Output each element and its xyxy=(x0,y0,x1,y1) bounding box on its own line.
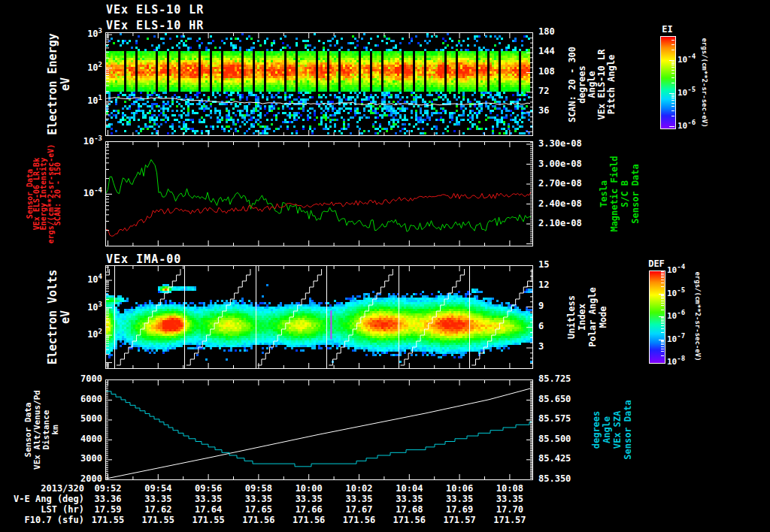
colorbar-tick-mark xyxy=(661,280,664,280)
colorbar-tick-mark xyxy=(671,50,675,50)
els-pitch-spectrogram-canvas xyxy=(105,32,533,136)
table-value-lst: 17.68 xyxy=(388,504,430,515)
table-value-v-e: 33.35 xyxy=(338,494,380,504)
row-label-f107: F10.7 (sfu) xyxy=(0,515,84,525)
time-axis-label: 10:04 xyxy=(390,483,429,494)
colorbar-tick-mark xyxy=(661,298,664,299)
colorbar-tick-mark xyxy=(671,106,675,107)
time-axis-label: 10:02 xyxy=(340,483,379,494)
colorbar-tick-mark xyxy=(661,301,664,301)
colorbar-tick-mark xyxy=(661,346,664,347)
table-value-v-e: 33.35 xyxy=(288,494,330,504)
table-value-lst: 17.66 xyxy=(288,504,330,515)
table-value-lst: 17.67 xyxy=(338,504,380,515)
panel1-ylabel: Electron Energy eV xyxy=(47,17,72,152)
colorbar-tick-mark xyxy=(661,351,664,352)
colorbar-tick-mark xyxy=(671,116,675,116)
table-value-v-e: 33.35 xyxy=(388,494,430,504)
colorbar-tick-mark xyxy=(661,349,664,349)
colorbar-tick-mark xyxy=(671,67,675,68)
colorbar-tick-mark xyxy=(671,98,675,98)
table-value-f10.7: 171.55 xyxy=(187,515,229,525)
colorbar-tick-mark xyxy=(661,344,664,345)
table-value-lst: 17.62 xyxy=(137,504,179,515)
colorbar-tick-mark xyxy=(671,44,675,45)
time-axis-label: 10:00 xyxy=(290,483,329,494)
colorbar-tick-mark xyxy=(661,340,664,341)
colorbar-tick-mark xyxy=(661,295,664,295)
table-value-f10.7: 171.57 xyxy=(489,515,531,525)
table-value-f10.7: 171.56 xyxy=(388,515,430,525)
panel3-ylabel: Electron Volts eV xyxy=(47,249,72,385)
colorbar-tick-mark xyxy=(661,305,664,306)
time-axis-label: 10:06 xyxy=(440,483,479,494)
colorbar-tick-mark xyxy=(661,332,664,333)
colorbar-tick-mark xyxy=(661,355,664,356)
colorbar-tick-mark xyxy=(669,60,675,61)
panel2-right-tick-label: 2.70e-08 xyxy=(538,178,606,189)
colorbar-tick-mark xyxy=(671,40,675,41)
colorbar-tick-mark xyxy=(671,70,675,71)
colorbar-tick-mark xyxy=(661,297,664,298)
table-value-lst: 17.69 xyxy=(438,504,480,515)
table-value-v-e: 33.35 xyxy=(489,494,531,504)
panel1-title-els-lr: VEx ELS-10 LR xyxy=(106,3,204,17)
colorbar-tick-mark xyxy=(661,273,664,274)
panel3-right-label: Unitless Index Polar Angle Mode xyxy=(566,257,608,377)
colorbar-tick-mark xyxy=(661,271,664,272)
table-value-v-e: 33.35 xyxy=(238,494,280,504)
table-value-lst: 17.59 xyxy=(87,504,129,515)
panel4-right-label: degrees Angle VEx SZA Sensor Data xyxy=(591,370,633,490)
colorbar-tick-mark xyxy=(661,319,664,319)
table-value-f10.7: 171.56 xyxy=(238,515,280,525)
time-axis-label: 09:54 xyxy=(138,483,177,494)
time-axis-label: 09:56 xyxy=(189,483,228,494)
panel1-right-label: SCAN: 20 - 300 degrees Angle VEx ELS-10 … xyxy=(568,24,617,144)
colorbar-tick-mark xyxy=(661,276,664,277)
colorbar-tick-mark xyxy=(661,295,664,296)
table-value-lst: 17.70 xyxy=(489,504,531,515)
colorbar-tick-mark xyxy=(661,343,664,343)
table-value-v-e: 33.36 xyxy=(87,494,129,504)
table-value-f10.7: 171.57 xyxy=(438,515,480,525)
colorbar-tick-mark xyxy=(671,83,675,83)
panel3-title-ima: VEx IMA-00 xyxy=(106,252,181,266)
time-axis-label: 10:08 xyxy=(490,483,529,494)
colorbar-tick-mark xyxy=(661,303,664,304)
colorbar-tick-mark xyxy=(671,73,675,74)
colorbar-tick-mark xyxy=(671,65,675,65)
colorbar-tick-mark xyxy=(671,103,675,104)
colorbar-tick-mark xyxy=(661,328,664,329)
colorbar-ei-unit: ergs/(cm**2-sr-sec-eV) xyxy=(700,30,709,135)
colorbar-tick-mark xyxy=(661,320,664,321)
table-value-lst: 17.65 xyxy=(238,504,280,515)
colorbar-tick-mark xyxy=(669,126,675,127)
colorbar-tick-mark xyxy=(671,96,675,97)
colorbar-tick-mark xyxy=(661,323,664,324)
colorbar-tick-mark xyxy=(671,100,675,101)
colorbar-tick-mark xyxy=(671,63,675,64)
table-value-v-e: 33.35 xyxy=(137,494,179,504)
time-axis-label: 09:58 xyxy=(239,483,278,494)
panel1-title-els-hr: VEx ELS-10 HR xyxy=(106,19,204,32)
colorbar-tick-mark xyxy=(661,325,664,326)
time-axis-label: 09:52 xyxy=(89,483,128,494)
altitude-sza-line-canvas xyxy=(105,379,533,480)
vex-multipanel-plot: VEx ELS-10 LR VEx ELS-10 HR VEx IMA-00 2… xyxy=(0,0,770,532)
panel4-ylabel: Sensor Data VEx Alt/Venus/Pd Distance km xyxy=(24,370,60,490)
colorbar-tick-mark xyxy=(661,310,664,310)
colorbar-tick-mark xyxy=(661,322,664,322)
table-value-lst: 17.64 xyxy=(187,504,229,515)
panel2-right-tick-label: 2.10e-08 xyxy=(538,218,606,228)
row-label-lst: LST (hr) xyxy=(0,504,84,515)
colorbar-ei-title: EI xyxy=(653,24,682,35)
table-value-v-e: 33.35 xyxy=(187,494,229,504)
colorbar-tick-mark xyxy=(671,110,675,111)
colorbar-tick-mark xyxy=(661,286,664,287)
panel2-right-tick-label: 3.00e-08 xyxy=(538,159,606,169)
colorbar-tick-mark xyxy=(661,283,664,283)
colorbar-tick-mark xyxy=(671,77,675,78)
row-label-ve-ang: V-E Ang (deg) xyxy=(0,494,84,504)
colorbar-tick-mark xyxy=(661,277,664,278)
intensity-magfield-line-canvas xyxy=(105,141,533,246)
